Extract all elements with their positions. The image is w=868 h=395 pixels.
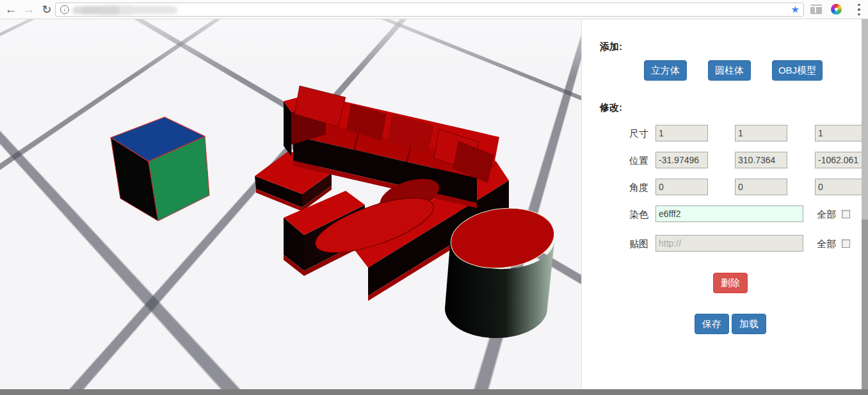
- position-y-input[interactable]: [735, 152, 787, 168]
- position-x-input[interactable]: [655, 152, 708, 168]
- angle-z-input[interactable]: [815, 179, 866, 195]
- cube-object: [111, 117, 209, 221]
- angle-label: 角度: [629, 182, 648, 194]
- texture-all-checkbox[interactable]: [842, 239, 850, 248]
- browser-menu-icon[interactable]: [857, 4, 861, 15]
- extension-colorwheel-icon[interactable]: [831, 4, 842, 15]
- size-z-input[interactable]: [815, 125, 866, 141]
- dye-all-checkbox[interactable]: [842, 210, 850, 218]
- scene-objects: [0, 19, 582, 389]
- vertical-scrollbar[interactable]: [862, 19, 868, 389]
- position-z-input[interactable]: [815, 152, 866, 168]
- add-obj-model-button[interactable]: OBJ模型: [772, 60, 823, 81]
- texture-all-label: 全部: [817, 238, 836, 250]
- page-info-icon[interactable]: i: [60, 5, 69, 14]
- forward-icon[interactable]: →: [20, 1, 37, 18]
- back-icon[interactable]: ←: [3, 1, 19, 18]
- control-panel: 添加: 立方体 圆柱体 OBJ模型 修改: 尺寸 位置 角度 染色 全部 贴图 …: [582, 19, 868, 389]
- delete-button[interactable]: 删除: [713, 273, 748, 293]
- save-button[interactable]: 保存: [695, 314, 729, 334]
- refresh-icon[interactable]: ↻: [38, 1, 55, 18]
- dye-all-label: 全部: [817, 209, 836, 221]
- add-cube-button[interactable]: 立方体: [644, 60, 687, 81]
- extension-table-icon[interactable]: [810, 4, 822, 14]
- size-y-input[interactable]: [735, 125, 787, 141]
- texture-label: 贴图: [629, 238, 648, 250]
- vertical-scrollbar-thumb[interactable]: [862, 220, 868, 389]
- texture-url-input[interactable]: [655, 235, 803, 252]
- position-label: 位置: [629, 155, 648, 167]
- bookmark-star-icon[interactable]: ★: [791, 4, 800, 15]
- dye-color-input[interactable]: [655, 206, 803, 222]
- window-bottom-edge: [0, 389, 868, 395]
- 3d-canvas[interactable]: [0, 19, 582, 389]
- dye-label: 染色: [629, 209, 648, 221]
- browser-toolbar: ← → ↻ i ★: [0, 0, 868, 19]
- size-label: 尺寸: [629, 128, 648, 140]
- address-bar[interactable]: i ★: [55, 3, 804, 17]
- angle-x-input[interactable]: [655, 179, 708, 195]
- blurred-url: [81, 6, 120, 14]
- load-button[interactable]: 加载: [732, 314, 766, 334]
- angle-y-input[interactable]: [735, 179, 787, 195]
- size-x-input[interactable]: [655, 125, 708, 141]
- add-cylinder-button[interactable]: 圆柱体: [708, 60, 751, 81]
- modify-section-label: 修改:: [600, 102, 622, 114]
- add-section-label: 添加:: [600, 41, 622, 53]
